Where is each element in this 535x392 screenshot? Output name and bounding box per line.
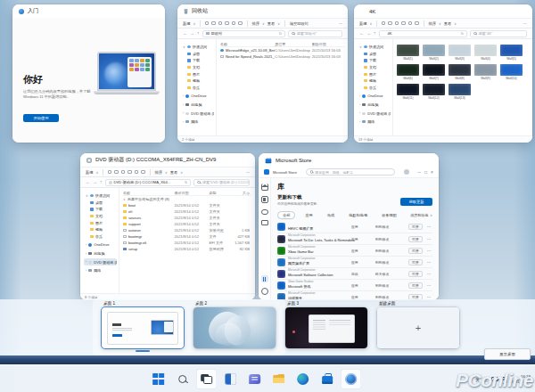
cut-icon[interactable]	[382, 21, 386, 26]
sidebar-item-downloads[interactable]: 下载	[358, 57, 391, 64]
copy-icon[interactable]	[114, 170, 119, 175]
search-input[interactable]: 搜索"回收站"	[288, 30, 342, 37]
edge-button[interactable]	[292, 369, 313, 389]
wallpaper-item[interactable]: Wall(8)	[449, 64, 471, 80]
more-options-icon[interactable]: ⋯	[425, 295, 432, 299]
file-row[interactable]: boot2021/9/14 0:52文件夹	[123, 202, 251, 208]
sidebar-item-quick-access[interactable]: ∨快速访问	[84, 192, 117, 200]
copy-icon[interactable]	[211, 21, 216, 26]
back-icon[interactable]: ←	[86, 180, 90, 184]
file-row[interactable]: bootmgr.efi2021/9/14 0:52EFI 文件1,567 KB	[123, 240, 251, 246]
open-button[interactable]: 打开	[408, 282, 423, 289]
maximize-button[interactable]: □	[424, 170, 427, 175]
wallpaper-item[interactable]: Wall(12)	[423, 84, 445, 100]
window-recycle-bin[interactable]: 回收站 新建∨ 排序∨ 查看∨ 清空回收站 ⋯ ← → ↑ 回收站 ↻ 搜索"回…	[177, 4, 348, 143]
tray-overflow-chevron[interactable]: ^	[470, 377, 472, 382]
address-breadcrumb[interactable]: 回收站 ↻	[202, 30, 286, 37]
help-icon[interactable]	[261, 288, 268, 295]
rename-icon[interactable]	[401, 21, 406, 26]
sidebar-item-videos[interactable]: 视频	[181, 78, 214, 85]
sidebar-item-quick-access[interactable]: ∨快速访问	[358, 44, 391, 51]
tab-all[interactable]: 全部	[277, 211, 295, 219]
search-button[interactable]	[172, 369, 193, 389]
more-options-icon[interactable]: ⋯	[523, 21, 527, 26]
sidebar-item-this-pc[interactable]: ›此电脑	[358, 102, 391, 109]
wallpaper-item[interactable]: Wall(13)	[449, 84, 471, 100]
get-started-button[interactable]: 开始使用	[23, 114, 59, 122]
window-4k-folder[interactable]: 4K 新建∨ 排序∨ 查看∨ ⋯ ← → ↑ 4K ↻ 搜索"4K" ∨快速访问…	[354, 4, 532, 143]
new-desktop-thumbnail[interactable]: +	[377, 307, 459, 348]
rename-icon[interactable]	[225, 21, 229, 26]
column-name[interactable]: 名称	[123, 191, 175, 195]
sidebar-item-pictures[interactable]: 图片	[358, 70, 391, 78]
column-location[interactable]: 原位置	[275, 42, 312, 46]
file-row[interactable]: efi2021/9/14 0:52文件夹	[123, 208, 251, 215]
store-button[interactable]	[317, 369, 337, 389]
wallpaper-item[interactable]: Wall(4)	[474, 45, 497, 61]
get-started-taskbar-button[interactable]	[341, 369, 361, 389]
store-search-input[interactable]: 搜索应用、游戏、电影等	[306, 168, 395, 176]
window-microsoft-store[interactable]: Microsoft Store Microsoft Store 搜索应用、游戏、…	[259, 153, 439, 300]
sidebar-item-videos[interactable]: 视频	[358, 78, 391, 85]
paste-icon[interactable]	[218, 21, 223, 26]
sort-button[interactable]: 排序	[428, 21, 436, 26]
forward-icon[interactable]: →	[366, 31, 371, 36]
share-icon[interactable]	[135, 170, 139, 175]
language-indicator[interactable]: 英	[475, 377, 480, 382]
sidebar-item-network[interactable]: ›网络	[181, 118, 214, 126]
window-get-started[interactable]: 入门 你好 让我们在几分钟内设置你的电脑，并了解 Windows 11 中的新增…	[12, 4, 165, 143]
wallpaper-item[interactable]: Wall(6)	[397, 64, 419, 80]
sidebar-item-desktop[interactable]: 桌面	[358, 51, 391, 58]
show-desktop-button[interactable]: 显示桌面	[484, 348, 531, 360]
new-button[interactable]: 新建	[86, 170, 94, 175]
new-desktop[interactable]: 新建桌面 +	[377, 301, 459, 348]
column-name[interactable]: 名称	[220, 42, 275, 46]
new-button[interactable]: 新建	[183, 21, 191, 26]
sort-button[interactable]: 排序	[251, 21, 259, 26]
sidebar-item-network[interactable]: ›网络	[84, 267, 117, 274]
refresh-icon[interactable]: ↻	[279, 32, 282, 36]
sort-button[interactable]: 排序	[154, 170, 162, 175]
paste-icon[interactable]	[121, 170, 126, 175]
search-input[interactable]: 搜索"DVD 驱动器 (D:) CCCOMA_X64FRE_ZH-CN_D...…	[193, 179, 250, 186]
more-options-icon[interactable]: ⋯	[425, 237, 432, 241]
cut-icon[interactable]	[205, 21, 210, 26]
sidebar-item-documents[interactable]: 文档	[181, 64, 214, 71]
file-row[interactable]: MicrosoftEdge_v21.10.08_Beta C:\Users\Ji…	[220, 47, 344, 53]
wallpaper-item[interactable]: Wall(9)	[474, 64, 497, 80]
forward-icon[interactable]: →	[190, 31, 194, 36]
forward-icon[interactable]: →	[93, 180, 97, 184]
file-explorer-button[interactable]	[268, 369, 289, 389]
file-row[interactable]: bootmgr2021/9/14 0:52文件427 KB	[123, 233, 251, 240]
view-button[interactable]: 查看	[268, 21, 276, 26]
sidebar-item-network[interactable]: ›网络	[358, 118, 391, 126]
taskbar-clock[interactable]: 16:18 2021/10/13	[511, 374, 531, 384]
file-row[interactable]: sources2021/9/14 0:52文件夹	[123, 215, 251, 221]
up-icon[interactable]: ↑	[374, 31, 376, 36]
new-button[interactable]: 新建	[359, 21, 367, 26]
wallpaper-item[interactable]: Wall(10)	[500, 64, 523, 80]
sidebar-item-music[interactable]: 音乐	[358, 85, 391, 92]
open-button[interactable]: 打开	[408, 236, 423, 242]
wallpaper-item[interactable]: Wall(7)	[423, 64, 445, 80]
sidebar-item-pictures[interactable]: 图片	[84, 219, 117, 226]
sidebar-item-dvd-drive[interactable]: ›DVD 驱动器 (D:) C	[84, 258, 117, 265]
copy-icon[interactable]	[388, 21, 392, 26]
open-button[interactable]: 打开	[408, 271, 423, 277]
view-button[interactable]: 查看	[444, 21, 452, 26]
sidebar-item-onedrive[interactable]: ›OneDrive	[358, 93, 391, 100]
column-date-modified[interactable]: 修改日期	[175, 191, 210, 195]
rename-icon[interactable]	[128, 170, 132, 175]
tab-apps[interactable]: 应用	[300, 212, 317, 218]
ime-indicator[interactable]: 五	[483, 377, 488, 382]
column-date-deleted[interactable]: 删除日期	[312, 42, 344, 46]
sidebar-item-music[interactable]: 音乐	[84, 233, 117, 241]
file-row[interactable]: setup2021/9/14 0:52应用程序82 KB	[123, 246, 251, 252]
more-options-icon[interactable]: ⋯	[339, 21, 342, 26]
minimize-button[interactable]: ─	[417, 170, 421, 175]
touch-keyboard-icon[interactable]	[491, 377, 498, 382]
wallpaper-item[interactable]: Wall(5)	[500, 45, 523, 61]
wallpaper-item[interactable]: Wall(3)	[449, 45, 471, 61]
search-input[interactable]: 搜索"4K"	[470, 30, 527, 37]
share-icon[interactable]	[232, 21, 236, 26]
